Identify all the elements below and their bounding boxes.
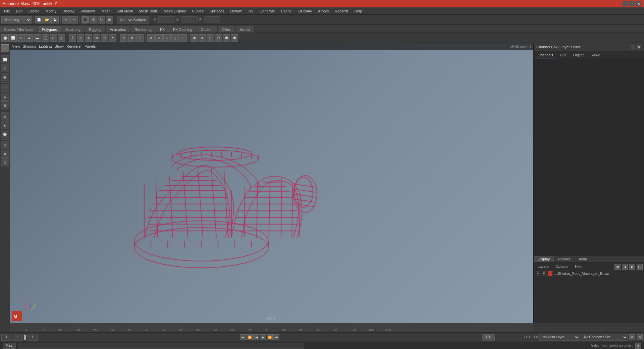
mel-button[interactable]: MEL <box>3 343 16 349</box>
cb-close-button[interactable]: ✕ <box>637 45 641 49</box>
vp-menu-lighting[interactable]: Lighting <box>39 44 52 48</box>
poke-icon[interactable]: ✦ <box>109 34 116 42</box>
go-start-button[interactable]: ⏮ <box>240 334 246 340</box>
menu-mesh[interactable]: Mesh <box>99 8 113 14</box>
move-tool-button[interactable]: ✛ <box>90 16 97 23</box>
menu-display[interactable]: Display <box>60 8 77 14</box>
cone-icon[interactable]: ▲ <box>25 34 33 42</box>
anim-layer-dropdown[interactable]: No Anim Layer <box>539 334 580 341</box>
bevel-icon[interactable]: ⬖ <box>85 34 92 42</box>
tab-curves-surfaces[interactable]: Curves / Surfaces <box>0 26 38 33</box>
boolean-icon[interactable]: ⊙ <box>163 34 171 42</box>
br-tab-render[interactable]: Render <box>554 256 575 262</box>
extrude-icon[interactable]: ⤴ <box>69 34 76 42</box>
cb-tab-edit[interactable]: Edit <box>557 52 569 58</box>
menu-surfaces[interactable]: Surfaces <box>207 8 227 14</box>
y-input[interactable] <box>181 16 198 23</box>
menu-edit[interactable]: Edit <box>13 8 25 14</box>
tab-polygons[interactable]: Polygons <box>38 26 61 33</box>
save-scene-button[interactable]: 💾 <box>51 16 59 23</box>
torus-icon[interactable]: ◯ <box>42 34 49 42</box>
title-bar-controls[interactable]: ─ □ ✕ <box>623 1 641 6</box>
tab-rigging[interactable]: Rigging <box>85 26 106 33</box>
layer-next-button[interactable]: ▶ <box>629 264 635 270</box>
fill-icon[interactable]: ⊟ <box>101 34 108 42</box>
layer-prev-button[interactable]: ◀ <box>622 264 628 270</box>
menu-curves[interactable]: Curves <box>189 8 206 14</box>
sculpt4-icon[interactable]: ⬡ <box>215 34 222 42</box>
soft-select-button[interactable]: ◉ <box>1 73 9 81</box>
show-layer-button[interactable]: ⊟ <box>1 141 9 149</box>
menu-windows[interactable]: Windows <box>78 8 98 14</box>
timeline-ruler[interactable]: 1 5 10 15 20 25 30 35 40 45 50 55 60 65 … <box>10 323 533 332</box>
vp-menu-renderer[interactable]: Renderer <box>66 44 82 48</box>
menu-uv[interactable]: UV <box>246 8 256 14</box>
maximize-button[interactable]: □ <box>629 1 635 6</box>
scale-tool-button[interactable]: ⊞ <box>106 16 113 23</box>
sphere-icon[interactable]: ⬤ <box>1 34 9 42</box>
menu-deform[interactable]: Deform <box>227 8 245 14</box>
frame-range-bar[interactable] <box>24 335 26 340</box>
sculpt3-icon[interactable]: ◇ <box>207 34 214 42</box>
vp-menu-show[interactable]: Show <box>55 44 64 48</box>
tab-custom[interactable]: Custom <box>197 26 218 33</box>
br-tab-anim[interactable]: Anim <box>575 256 591 262</box>
offset-icon[interactable]: ⊡ <box>136 34 144 42</box>
menu-mesh-tools[interactable]: Mesh Tools <box>137 8 160 14</box>
new-scene-button[interactable]: 📄 <box>35 16 43 23</box>
layer-ff-button[interactable]: ⏭ <box>637 264 643 270</box>
tab-animation[interactable]: Animation <box>106 26 130 33</box>
menu-3dto-all[interactable]: -3DtoAll- <box>295 8 315 14</box>
br-tab-display[interactable]: Display <box>534 256 554 262</box>
play-forward-button[interactable]: ▶ <box>260 334 266 340</box>
select-tool-button[interactable]: ⬛ <box>82 16 89 23</box>
sculpt6-icon[interactable]: ⬣ <box>231 34 238 42</box>
rotate-mode-button[interactable]: ↻ <box>1 93 9 101</box>
display-layer-button[interactable]: ⊠ <box>1 150 9 158</box>
triangulate-icon[interactable]: △ <box>171 34 179 42</box>
menu-mesh-display[interactable]: Mesh Display <box>161 8 189 14</box>
prism-icon[interactable]: ◇ <box>50 34 57 42</box>
frame-current2-input[interactable] <box>28 334 38 341</box>
menu-help[interactable]: Help <box>352 8 365 14</box>
plane-icon[interactable]: ▬ <box>34 34 41 42</box>
menu-edit-mesh[interactable]: Edit Mesh <box>114 8 136 14</box>
menu-cache[interactable]: Cache <box>278 8 294 14</box>
sculpt-button[interactable]: ⬤ <box>1 130 9 138</box>
quad-icon[interactable]: □ <box>179 34 187 42</box>
cb-minimize-button[interactable]: ─ <box>631 45 635 49</box>
combine-icon[interactable]: ⊗ <box>147 34 155 42</box>
viewport[interactable]: View Shading Lighting Show Renderer Pane… <box>10 43 533 323</box>
cb-tab-channels[interactable]: Channels <box>535 52 556 58</box>
step-forward-button[interactable]: ⏩ <box>267 334 273 340</box>
frame-end-input[interactable] <box>482 334 495 341</box>
z-input[interactable] <box>204 16 220 23</box>
layer-color-swatch[interactable] <box>548 271 552 276</box>
status-settings-button[interactable]: ⚙ <box>635 343 641 349</box>
menu-modify[interactable]: Modify <box>43 8 59 14</box>
vp-menu-view[interactable]: View <box>12 44 20 48</box>
cube-icon[interactable]: ⬜ <box>9 34 17 42</box>
bridge-icon[interactable]: ⚌ <box>77 34 84 42</box>
tab-fx-caching[interactable]: FX Caching <box>169 26 197 33</box>
undo-button[interactable]: ↩ <box>62 16 70 23</box>
character-set-dropdown[interactable]: No Character Set <box>581 334 628 341</box>
layer-visibility-button[interactable]: V <box>536 271 540 276</box>
sculpt5-icon[interactable]: ⬢ <box>223 34 230 42</box>
layer-editor-button[interactable]: ⊡ <box>1 158 9 166</box>
menu-file[interactable]: File <box>1 8 13 14</box>
tab-fx[interactable]: FX <box>156 26 169 33</box>
loop-icon[interactable]: ⊞ <box>120 34 127 42</box>
frame-start-input[interactable] <box>1 334 11 341</box>
close-button[interactable]: ✕ <box>636 1 641 6</box>
ls-tab-layers[interactable]: Layers <box>535 264 551 270</box>
settings2-button[interactable]: ⚙ <box>637 334 643 340</box>
vp-menu-panels[interactable]: Panels <box>85 44 96 48</box>
play-back-button[interactable]: ◀ <box>253 334 259 340</box>
menu-create[interactable]: Create <box>26 8 42 14</box>
scale-mode-button[interactable]: ⊞ <box>1 101 9 109</box>
select-mode-button[interactable]: ↖ <box>1 44 9 52</box>
soft-mod-button[interactable]: ⬖ <box>1 121 9 129</box>
lasso-select-button[interactable]: ⬡ <box>1 64 9 72</box>
step-back-button[interactable]: ⏪ <box>247 334 253 340</box>
